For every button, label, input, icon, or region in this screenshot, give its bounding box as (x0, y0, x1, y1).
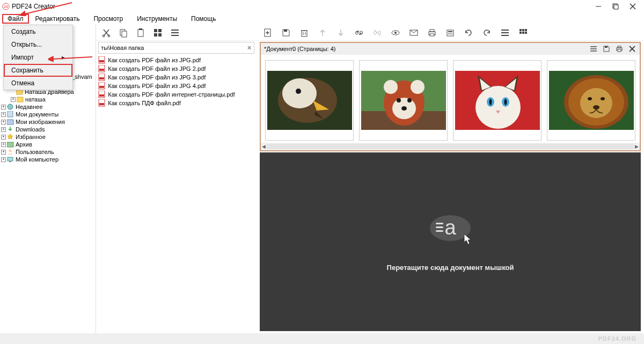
scroll-track[interactable] (267, 144, 634, 149)
svg-point-112 (593, 105, 599, 109)
menu-edit[interactable]: Редактировать (30, 14, 85, 24)
minimize-button[interactable] (595, 3, 602, 10)
copy-icon[interactable] (119, 28, 128, 38)
tree-item[interactable]: +Мой компьютер (1, 156, 94, 163)
menu-file[interactable]: Файл (2, 14, 29, 24)
svg-line-57 (374, 30, 380, 36)
tree-item[interactable]: +Пользователь (1, 148, 94, 156)
page-thumb-4[interactable] (547, 60, 635, 141)
tree-item[interactable]: +Мои документы (1, 111, 94, 118)
scroll-right-icon[interactable]: ▶ (635, 144, 639, 149)
breadcrumb[interactable]: ты\Новая папка ✕ (98, 42, 254, 54)
svg-rect-77 (525, 32, 527, 34)
tree-item[interactable]: +Мои изображения (1, 118, 94, 126)
expander-icon[interactable]: + (1, 105, 6, 109)
svg-rect-69 (501, 30, 509, 31)
horizontal-scrollbar[interactable]: ◀ ▶ (261, 143, 640, 150)
page-thumb-2[interactable] (359, 60, 448, 141)
file-item[interactable]: Как создать PDF файл из JPG 2.pdf (98, 64, 254, 73)
tree-item[interactable]: +Downloads (1, 126, 94, 133)
drop-logo-icon: a (426, 212, 474, 250)
svg-rect-62 (430, 30, 434, 32)
cut-icon[interactable] (101, 28, 111, 38)
svg-rect-36 (99, 69, 104, 71)
print-icon[interactable] (427, 28, 437, 38)
menu-icon[interactable] (589, 45, 598, 53)
maximize-button[interactable] (612, 3, 619, 10)
arrow-up-icon[interactable] (318, 28, 327, 38)
dropdown-create[interactable]: Создать (4, 25, 72, 38)
print-doc-icon[interactable] (615, 45, 624, 53)
menu-help[interactable]: Помощь (186, 14, 221, 24)
link-icon[interactable] (354, 28, 364, 38)
dropdown-cancel[interactable]: Отмена (4, 77, 72, 90)
footer: PDF24.ORG (0, 333, 644, 344)
file-list[interactable]: Как создать PDF файл из JPG.pdf Как созд… (96, 55, 257, 108)
svg-rect-76 (522, 32, 524, 34)
expander-icon[interactable]: + (1, 112, 6, 117)
dropdown-save[interactable]: Сохранить (4, 64, 72, 77)
tree-item[interactable]: +Избранное (1, 133, 94, 141)
svg-rect-64 (447, 30, 453, 36)
tree-item[interactable]: +Архив (1, 141, 94, 148)
menu-tools[interactable]: Инструменты (131, 14, 182, 24)
expander-icon[interactable]: + (1, 120, 6, 125)
pdf-icon (98, 99, 106, 107)
svg-rect-19 (9, 161, 11, 162)
star-icon (7, 134, 14, 140)
clipboard-icon[interactable] (136, 28, 145, 38)
expander-icon[interactable]: + (1, 142, 6, 147)
right-toolbar (257, 25, 644, 41)
trash-icon[interactable] (299, 28, 309, 38)
file-item[interactable]: Как создать PDF файл из JPG.pdf (98, 56, 254, 64)
svg-rect-26 (154, 29, 157, 32)
dropdown-import[interactable]: Импорт▸ (4, 51, 72, 64)
close-doc-icon[interactable] (628, 45, 636, 53)
tree-item[interactable]: +наташа (1, 96, 94, 103)
expander-icon[interactable]: + (1, 157, 6, 162)
new-page-icon[interactable] (263, 28, 273, 38)
rotate-ccw-icon[interactable] (464, 28, 473, 38)
eye-icon[interactable] (391, 28, 400, 38)
save-doc-icon[interactable] (602, 45, 611, 53)
close-button[interactable] (629, 3, 636, 10)
document-title: *Документ0 (Страницы: 4) (264, 46, 335, 52)
file-item[interactable]: Как создать ПДФ файл.pdf (98, 99, 254, 107)
dropdown-open[interactable]: Открыть... (4, 38, 72, 51)
expander-icon[interactable]: + (11, 97, 16, 102)
svg-text:a: a (444, 216, 456, 239)
scroll-left-icon[interactable]: ◀ (262, 144, 266, 149)
svg-rect-23 (122, 31, 127, 37)
list-icon[interactable] (170, 28, 180, 38)
file-item[interactable]: Как создать PDF файл интернет-страницы.p… (98, 90, 254, 99)
mail-icon[interactable] (409, 28, 419, 38)
grid-view-icon[interactable] (518, 28, 528, 38)
svg-point-13 (8, 104, 13, 109)
expander-icon[interactable]: + (1, 135, 6, 140)
grid-4-icon[interactable] (153, 28, 163, 38)
unlink-icon[interactable] (372, 28, 382, 38)
drop-area[interactable]: a Перетащите сюда документ мышкой (260, 152, 641, 331)
page-thumb-1[interactable] (265, 60, 354, 141)
svg-point-111 (601, 97, 605, 100)
svg-rect-29 (158, 33, 162, 36)
fax-icon[interactable] (445, 28, 455, 38)
file-item[interactable]: Как создать PDF файл из JPG 3.pdf (98, 73, 254, 82)
expander-icon[interactable]: + (1, 127, 6, 132)
file-dropdown: Создать Открыть... Импорт▸ Сохранить Отм… (3, 25, 73, 90)
menu-view[interactable]: Просмотр (88, 14, 128, 24)
save-icon[interactable] (281, 28, 291, 38)
arrow-down-icon[interactable] (336, 28, 346, 38)
rotate-cw-icon[interactable] (482, 28, 492, 38)
clear-icon[interactable]: ✕ (247, 45, 252, 52)
pdf-icon (98, 82, 106, 90)
tree-item[interactable]: +Недавнее (1, 103, 94, 111)
expander-icon[interactable]: + (1, 150, 6, 155)
file-item[interactable]: Как создать PDF файл из JPG 4.pdf (98, 82, 254, 90)
list-view-icon[interactable] (500, 28, 510, 38)
svg-rect-43 (99, 99, 105, 106)
page-thumb-3[interactable] (453, 60, 541, 141)
svg-point-17 (9, 150, 12, 152)
svg-point-59 (394, 32, 397, 34)
svg-rect-39 (99, 82, 105, 89)
